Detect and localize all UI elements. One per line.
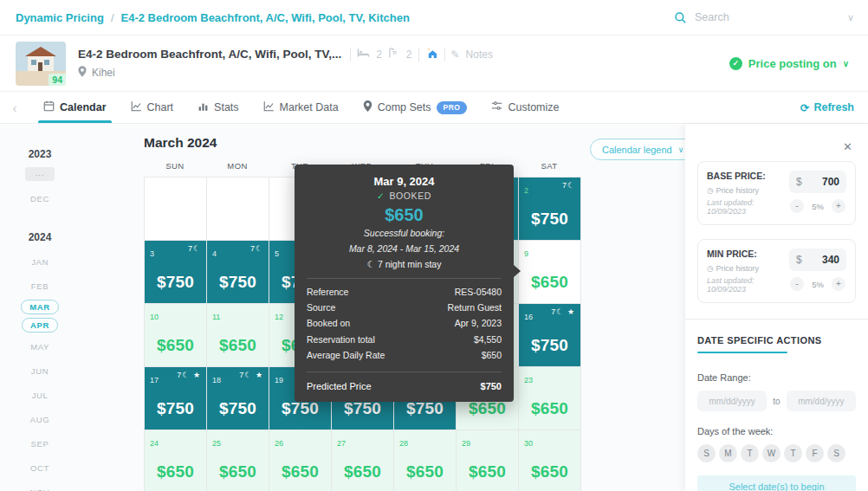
year-label-2024: 2024 xyxy=(29,231,52,243)
calendar-cell-9[interactable]: 9$650 xyxy=(519,241,581,304)
tab-label: Customize xyxy=(508,101,559,113)
day-number: 9 xyxy=(524,249,528,258)
days-of-week-selector: SMTWTFS xyxy=(697,444,856,462)
price-posting-toggle[interactable]: ✓ Price posting on ∨ xyxy=(729,57,849,70)
month-feb[interactable]: FEB xyxy=(23,279,57,294)
property-info: E4-2 Bedroom Beachfront, A/C, Wifi, Pool… xyxy=(78,48,729,80)
base-price-input[interactable]: $ 700 xyxy=(789,171,846,193)
tooltip-row-label: Booked on xyxy=(307,318,350,328)
month-jul[interactable]: JUL xyxy=(23,388,57,403)
tab-stats[interactable]: Stats xyxy=(185,92,251,123)
min-price-input[interactable]: $ 340 xyxy=(789,249,846,271)
base-price-decrement-button[interactable]: - xyxy=(790,199,804,213)
cell-price: $650 xyxy=(212,462,263,481)
cell-price: $750 xyxy=(524,336,575,355)
calendar-cell-4[interactable]: 47☾$750 xyxy=(207,241,269,304)
notes-label[interactable]: Notes xyxy=(466,48,493,61)
day-number: 18 xyxy=(212,376,221,384)
calendar-cell-26[interactable]: 26$650 xyxy=(269,430,332,491)
base-price-card: BASE PRICE: ◷ Price history Last updated… xyxy=(697,161,856,225)
dow-circle-2[interactable]: T xyxy=(741,444,759,462)
month-oct[interactable]: OCT xyxy=(22,461,58,475)
min-stay-moon-star-icons: 7☾ xyxy=(562,181,575,190)
tab-calendar[interactable]: Calendar xyxy=(31,92,119,123)
month-nov[interactable]: NOV xyxy=(22,485,58,491)
date-range-start-input[interactable]: mm/dd/yyyy xyxy=(697,391,767,411)
date-range-end-input[interactable]: mm/dd/yyyy xyxy=(787,391,856,411)
panel-divider xyxy=(685,319,868,320)
dow-circle-1[interactable]: M xyxy=(719,444,737,462)
day-number: 12 xyxy=(275,313,283,321)
cell-price: $650 xyxy=(462,399,513,418)
calendar-cell-11[interactable]: 11$650 xyxy=(207,304,269,367)
cell-price: $750 xyxy=(275,399,326,418)
tab-comp-sets[interactable]: Comp SetsPRO xyxy=(351,92,480,123)
cell-price: $650 xyxy=(275,462,326,481)
tooltip-row-source: SourceReturn Guest xyxy=(307,300,502,315)
tab-customize[interactable]: Customize xyxy=(479,92,571,123)
calendar-cell-30[interactable]: 30$650 xyxy=(519,430,581,491)
refresh-button[interactable]: ⟳ Refresh xyxy=(800,101,854,114)
calendar-cell-23[interactable]: 23$650 xyxy=(519,367,581,430)
dow-circle-5[interactable]: F xyxy=(806,444,824,462)
calendar-cell-17[interactable]: 177☾ ★$750 xyxy=(145,367,207,430)
month-apr[interactable]: APR xyxy=(22,318,58,333)
day-number: 23 xyxy=(524,376,533,384)
select-dates-cta[interactable]: Select date(s) to begin xyxy=(697,475,856,491)
day-number: 26 xyxy=(275,439,283,448)
calendar-cell-25[interactable]: 25$650 xyxy=(207,430,269,491)
tooltip-detail-rows: ReferenceRES-05480SourceReturn GuestBook… xyxy=(307,284,502,364)
calendar-icon xyxy=(43,100,55,114)
month-dec[interactable]: DEC xyxy=(22,191,58,206)
base-price-increment-button[interactable]: + xyxy=(832,199,845,213)
calendar-month-title: March 2024 xyxy=(144,135,217,151)
month-jun[interactable]: JUN xyxy=(23,364,57,378)
min-price-history-link[interactable]: ◷ Price history xyxy=(707,264,789,273)
month-jan[interactable]: JAN xyxy=(23,255,57,269)
tab-label: Market Data xyxy=(280,101,339,113)
calendar-legend-button[interactable]: Calendar legend ∨ xyxy=(590,139,696,160)
dow-circle-4[interactable]: T xyxy=(784,444,802,462)
month-aug[interactable]: AUG xyxy=(22,412,58,427)
min-price-decrement-button[interactable]: - xyxy=(790,277,804,291)
days-of-week-label: Days of the week: xyxy=(697,426,856,436)
close-icon[interactable]: ✕ xyxy=(843,140,852,153)
property-title: E4-2 Bedroom Beachfront, A/C, Wifi, Pool… xyxy=(78,48,341,61)
day-header-sat: SAT xyxy=(518,161,580,171)
month-mar[interactable]: MAR xyxy=(21,300,58,314)
tooltip-row-value: $4,550 xyxy=(474,334,502,345)
tooltip-row-label: Reservation total xyxy=(307,334,375,345)
calendar-cell-10[interactable]: 10$650 xyxy=(145,304,207,367)
scroll-left-icon[interactable]: ‹ xyxy=(5,100,24,115)
calendar-cell-16[interactable]: 167☾ ★$750 xyxy=(519,304,581,367)
min-price-increment-button[interactable]: + xyxy=(832,277,845,291)
search-box[interactable]: Search ∨ xyxy=(674,11,854,24)
base-price-history-link[interactable]: ◷ Price history xyxy=(707,186,789,195)
calendar-cell-29[interactable]: 29$650 xyxy=(457,430,519,491)
month-may[interactable]: MAY xyxy=(22,339,58,354)
tooltip-row-average-daily-rate: Average Daily Rate$650 xyxy=(307,347,502,363)
dow-circle-0[interactable]: S xyxy=(697,444,716,462)
tab-chart[interactable]: Chart xyxy=(119,92,186,123)
calendar-cell-24[interactable]: 24$650 xyxy=(145,430,207,491)
breadcrumb-root[interactable]: Dynamic Pricing xyxy=(16,11,104,24)
tab-bar: ‹ CalendarChartStatsMarket DataComp Sets… xyxy=(0,92,868,124)
dow-circle-3[interactable]: W xyxy=(762,444,781,462)
tooltip-row-label: Average Daily Rate xyxy=(307,350,385,360)
chevron-down-icon[interactable]: ∨ xyxy=(847,12,854,23)
calendar-cell-28[interactable]: 28$650 xyxy=(394,430,457,491)
calendar-cell-18[interactable]: 187☾ ★$750 xyxy=(207,367,269,430)
search-icon xyxy=(674,11,687,24)
calendar-cell-3[interactable]: 37☾$750 xyxy=(145,241,207,304)
tab-market-data[interactable]: Market Data xyxy=(251,92,351,123)
collapsed-months-button[interactable]: ... xyxy=(25,167,55,181)
day-number: 16 xyxy=(524,313,533,321)
cell-price: $650 xyxy=(524,273,575,292)
dow-circle-6[interactable]: S xyxy=(827,444,845,462)
calendar-cell-27[interactable]: 27$650 xyxy=(332,430,394,491)
moon-icon: ☾ xyxy=(367,259,375,269)
calendar-cell-2[interactable]: 27☾$750 xyxy=(519,178,581,241)
tooltip-arrow xyxy=(514,265,521,277)
tooltip-row-value: Return Guest xyxy=(448,302,502,313)
month-sep[interactable]: SEP xyxy=(23,436,58,451)
